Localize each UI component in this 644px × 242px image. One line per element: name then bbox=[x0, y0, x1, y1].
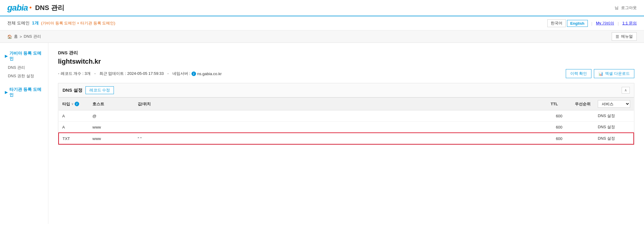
excel-icon: 📊 bbox=[598, 72, 603, 76]
row3-type: TXT bbox=[59, 133, 89, 144]
row2-type: A bbox=[59, 122, 89, 133]
table-row: A @ 600 DNS 설정 bbox=[59, 110, 634, 122]
sidebar-title-gabia[interactable]: ▶ 가비아 등록 도메인 bbox=[0, 49, 48, 63]
th-priority: 우선순위 bbox=[571, 98, 594, 110]
menu-icon: ☰ bbox=[616, 34, 619, 39]
nameserver-value: ns.gabia.co.kr bbox=[197, 72, 222, 76]
page-header: gabia DNS 관리 님 로그아웃 bbox=[0, 0, 644, 16]
dns-section-title: DNS 설정 bbox=[63, 88, 82, 93]
sidebar-title-label-gabia: 가비아 등록 도메인 bbox=[9, 51, 43, 62]
record-count: 레코드 개수 : 3개 bbox=[61, 71, 91, 76]
lang-ko-button[interactable]: 한국어 bbox=[547, 19, 566, 27]
main-layout: ▶ 가비아 등록 도메인 DNS 관리 DNS 권한 설정 ▶ 타기관 등록 도… bbox=[0, 43, 644, 224]
domain-count: 1개 bbox=[32, 21, 39, 26]
main-content: DNS 관리 lightswitch.kr • 레코드 개수 : 3개 • 최근… bbox=[48, 43, 644, 224]
logo-dot bbox=[30, 7, 31, 8]
row2-host: www bbox=[89, 122, 134, 133]
meta-actions: 이력 확인 📊 엑셀 다운로드 bbox=[566, 69, 634, 78]
sidebar-arrow-gabia: ▶ bbox=[5, 54, 8, 58]
th-host-label: 호스트 bbox=[92, 102, 104, 106]
header-left: gabia DNS 관리 bbox=[7, 3, 64, 13]
user-greeting: 님 bbox=[615, 5, 619, 11]
history-button[interactable]: 이력 확인 bbox=[566, 69, 592, 78]
row2-service: DNS 설정 bbox=[594, 122, 634, 133]
domain-bar-label: 전체 도메인 bbox=[7, 21, 30, 26]
excel-download-button[interactable]: 📊 엑셀 다운로드 bbox=[594, 69, 634, 78]
sidebar-item-dns-auth[interactable]: DNS 권한 설정 bbox=[0, 72, 48, 80]
my-gabia-link[interactable]: My 가비아 bbox=[596, 21, 614, 26]
sidebar-section-gabia: ▶ 가비아 등록 도메인 DNS 관리 DNS 권한 설정 bbox=[0, 49, 48, 80]
type-info-icon[interactable]: i bbox=[75, 102, 79, 106]
support-link[interactable]: 1:1 문의 bbox=[622, 21, 637, 26]
row1-type: A bbox=[59, 110, 89, 122]
collapse-button[interactable]: ∧ bbox=[622, 87, 630, 94]
breadcrumb-separator: > bbox=[20, 34, 22, 39]
sidebar-title-external[interactable]: ▶ 타기관 등록 도메인 bbox=[0, 85, 48, 100]
nav-divider: | bbox=[591, 21, 592, 26]
lang-en-button[interactable]: English bbox=[567, 20, 588, 27]
breadcrumb-current: DNS 관리 bbox=[24, 34, 41, 39]
home-link[interactable]: 홈 bbox=[14, 34, 18, 39]
dns-table-body: A @ 600 DNS 설정 A www 600 bbox=[59, 110, 634, 145]
update-time: 최근 업데이트 : 2024-05-05 17:59:33 bbox=[99, 71, 164, 76]
table-row-highlighted: TXT www " " 600 DNS 설정 bbox=[59, 133, 634, 144]
th-type: 타입 ∨ i bbox=[59, 98, 89, 110]
domain-bar: 전체 도메인 1개 (가비아 등록 도메인 + 타기관 등록 도메인) 한국어 … bbox=[0, 16, 644, 30]
dns-header-left: DNS 설정 레코드 수정 bbox=[63, 86, 114, 94]
dns-section-header: DNS 설정 레코드 수정 ∧ bbox=[58, 83, 634, 97]
excel-label: 엑셀 다운로드 bbox=[605, 71, 630, 76]
meta-bullet1: • bbox=[58, 72, 60, 76]
nameserver-label: 네임서버 : bbox=[172, 71, 190, 76]
sort-arrow-icon[interactable]: ∨ bbox=[71, 102, 73, 106]
row2-ttl: 600 bbox=[547, 122, 571, 133]
nameserver-info-icon[interactable]: i bbox=[192, 71, 196, 76]
row2-priority bbox=[571, 122, 594, 133]
logout-link[interactable]: 로그아웃 bbox=[621, 5, 637, 11]
th-value-label: 값/위치 bbox=[138, 102, 151, 106]
dns-section: DNS 설정 레코드 수정 ∧ 타입 ∨ i bbox=[58, 83, 634, 145]
row3-priority bbox=[571, 133, 594, 144]
sidebar: ▶ 가비아 등록 도메인 DNS 관리 DNS 권한 설정 ▶ 타기관 등록 도… bbox=[0, 43, 48, 224]
dns-table: 타입 ∨ i 호스트 값/위치 bbox=[58, 97, 634, 145]
logo: gabia bbox=[7, 3, 31, 13]
top-nav: 🏠 홈 > DNS 관리 ☰ 메뉴얼 bbox=[0, 30, 644, 43]
th-type-label: 타입 bbox=[62, 101, 70, 107]
menu-button[interactable]: ☰ 메뉴얼 bbox=[612, 32, 637, 41]
row3-service: DNS 설정 bbox=[594, 133, 634, 144]
sidebar-section-external: ▶ 타기관 등록 도메인 bbox=[0, 85, 48, 100]
dns-table-wrapper: 타입 ∨ i 호스트 값/위치 bbox=[58, 97, 634, 145]
logo-text: gabia bbox=[7, 3, 28, 13]
breadcrumb: 🏠 홈 > DNS 관리 bbox=[7, 34, 41, 39]
th-ttl-label: TTL bbox=[551, 102, 558, 106]
home-icon: 🏠 bbox=[7, 34, 12, 39]
domain-extra: (가비아 등록 도메인 + 타기관 등록 도메인) bbox=[41, 21, 115, 26]
dns-table-head: 타입 ∨ i 호스트 값/위치 bbox=[59, 98, 634, 110]
row3-ttl: 600 bbox=[547, 133, 571, 144]
th-value: 값/위치 bbox=[134, 98, 547, 110]
info-circle-icon[interactable]: i bbox=[192, 72, 196, 76]
sidebar-item-dns-management[interactable]: DNS 관리 bbox=[0, 63, 48, 72]
header-right: 님 로그아웃 bbox=[615, 5, 637, 11]
menu-label: 메뉴얼 bbox=[621, 34, 633, 39]
meta-row: • 레코드 개수 : 3개 • 최근 업데이트 : 2024-05-05 17:… bbox=[58, 69, 634, 78]
row3-value: " " bbox=[134, 133, 547, 144]
domain-bar-right: 한국어 English | My 가비아 | 1:1 문의 bbox=[547, 19, 637, 27]
sidebar-title-label-external: 타기관 등록 도메인 bbox=[9, 87, 43, 98]
service-select[interactable]: 서비스 DNS 설정 웹 포워딩 메일 포워딩 bbox=[598, 100, 630, 108]
sidebar-arrow-external: ▶ bbox=[5, 90, 8, 94]
nav-divider2: | bbox=[618, 21, 619, 26]
th-host: 호스트 bbox=[89, 98, 134, 110]
domain-name: lightswitch.kr bbox=[58, 58, 634, 65]
lang-buttons: 한국어 English bbox=[547, 19, 588, 27]
row2-value bbox=[134, 122, 547, 133]
record-edit-button[interactable]: 레코드 수정 bbox=[85, 86, 114, 94]
domain-bar-left: 전체 도메인 1개 (가비아 등록 도메인 + 타기관 등록 도메인) bbox=[7, 21, 115, 26]
row3-host: www bbox=[89, 133, 134, 144]
meta-sep1: • bbox=[94, 72, 96, 76]
dns-table-header-row: 타입 ∨ i 호스트 값/위치 bbox=[59, 98, 634, 110]
row1-priority bbox=[571, 110, 594, 122]
row1-service: DNS 설정 bbox=[594, 110, 634, 122]
content-page-heading: DNS 관리 bbox=[58, 50, 634, 56]
row1-ttl: 600 bbox=[547, 110, 571, 122]
meta-sep2: • bbox=[167, 72, 169, 76]
